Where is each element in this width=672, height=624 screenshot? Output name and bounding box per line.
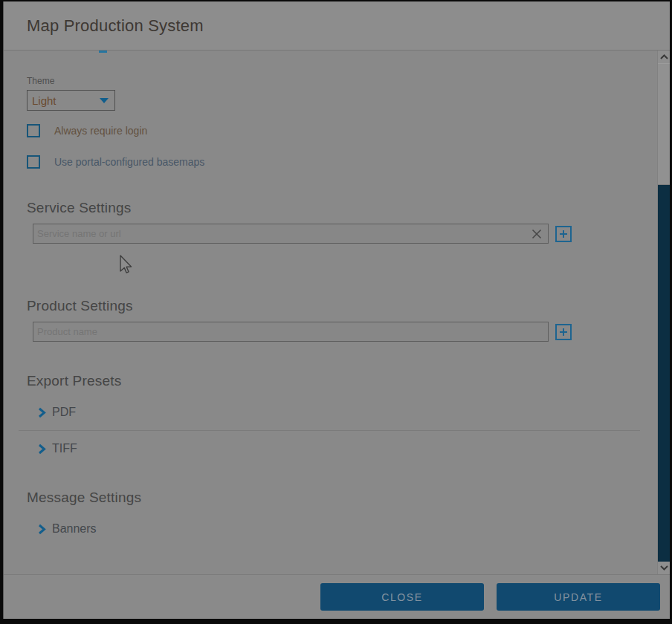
clipped-element-fragment xyxy=(99,51,107,53)
expand-row-label: TIFF xyxy=(52,442,77,455)
scrollbar-track[interactable] xyxy=(658,185,670,562)
expand-row-label: PDF xyxy=(52,406,76,419)
theme-selected-value: Light xyxy=(32,94,100,107)
dialog-content: Theme Light Always require login Use por… xyxy=(4,51,670,574)
product-input-row xyxy=(33,322,634,342)
export-preset-pdf-row[interactable]: PDF xyxy=(38,406,634,419)
service-input-wrap xyxy=(33,224,549,244)
plus-icon xyxy=(559,328,568,337)
service-name-input[interactable] xyxy=(33,224,548,243)
dialog-header: Map Production System xyxy=(4,1,670,51)
add-service-button[interactable] xyxy=(555,226,572,242)
checkbox-label: Use portal-configured basemaps xyxy=(54,156,204,168)
dialog-title: Map Production System xyxy=(27,16,204,36)
portal-basemaps-row[interactable]: Use portal-configured basemaps xyxy=(27,155,634,169)
always-require-login-row[interactable]: Always require login xyxy=(27,124,634,137)
export-preset-tiff-row[interactable]: TIFF xyxy=(38,442,634,455)
close-button[interactable]: CLOSE xyxy=(320,583,484,611)
checkbox-label: Always require login xyxy=(54,125,147,137)
scrollbar-thumb[interactable] xyxy=(658,63,670,185)
theme-field: Theme Light xyxy=(27,76,634,111)
chevron-right-icon xyxy=(38,443,46,455)
add-product-button[interactable] xyxy=(555,324,572,340)
chevron-right-icon xyxy=(38,407,46,418)
preset-divider xyxy=(19,430,640,431)
always-require-login-checkbox[interactable] xyxy=(27,124,40,137)
scroll-down-button[interactable] xyxy=(658,562,670,574)
chevron-right-icon xyxy=(38,524,46,535)
service-settings-heading: Service Settings xyxy=(27,200,634,216)
product-input-wrap xyxy=(33,322,549,342)
vertical-scrollbar[interactable] xyxy=(657,51,670,574)
product-settings-heading: Product Settings xyxy=(27,298,634,314)
scroll-up-button[interactable] xyxy=(658,51,670,63)
settings-dialog: Map Production System Theme Light Always… xyxy=(3,1,670,619)
dialog-footer: CLOSE UPDATE xyxy=(4,574,670,619)
export-presets-heading: Export Presets xyxy=(27,373,634,389)
theme-label: Theme xyxy=(27,76,634,86)
chevron-down-icon xyxy=(660,565,668,571)
theme-select[interactable]: Light xyxy=(27,90,115,111)
product-name-input[interactable] xyxy=(33,322,548,341)
service-input-row xyxy=(33,224,634,244)
portal-basemaps-checkbox[interactable] xyxy=(27,155,40,169)
chevron-down-icon xyxy=(100,98,109,103)
message-settings-heading: Message Settings xyxy=(27,490,634,506)
plus-icon xyxy=(559,230,568,238)
chevron-up-icon xyxy=(660,54,668,59)
update-button[interactable]: UPDATE xyxy=(497,583,660,611)
banners-row[interactable]: Banners xyxy=(38,522,634,536)
expand-row-label: Banners xyxy=(52,522,97,536)
mouse-cursor xyxy=(117,254,132,276)
clear-x-icon[interactable] xyxy=(532,229,542,239)
